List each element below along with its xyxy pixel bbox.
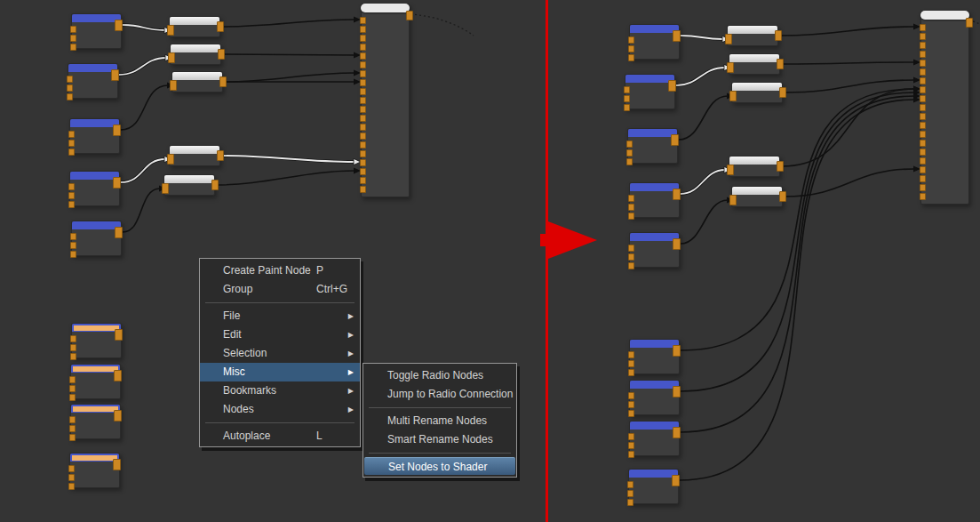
graph-node-gray[interactable] <box>163 174 215 196</box>
output-port[interactable] <box>672 475 680 486</box>
input-port[interactable] <box>920 42 926 49</box>
output-port[interactable] <box>114 370 122 381</box>
input-port[interactable] <box>360 141 366 149</box>
input-port[interactable] <box>360 35 366 42</box>
output-port[interactable] <box>673 189 681 200</box>
input-port[interactable] <box>920 68 926 76</box>
input-port[interactable] <box>167 154 174 165</box>
output-port[interactable] <box>113 124 121 136</box>
graph-node-gray[interactable] <box>731 186 783 207</box>
menu-item-group[interactable]: GroupCtrl+G <box>200 280 360 299</box>
input-port[interactable] <box>69 394 76 401</box>
input-port[interactable] <box>360 150 366 157</box>
graph-node-blue-selected[interactable] <box>71 323 122 358</box>
output-port[interactable] <box>673 238 681 250</box>
input-port[interactable] <box>68 474 75 481</box>
input-port[interactable] <box>624 95 630 102</box>
input-port[interactable] <box>628 253 634 261</box>
input-port[interactable] <box>68 465 75 472</box>
input-port[interactable] <box>68 149 75 156</box>
graph-node-blue[interactable] <box>629 421 680 456</box>
input-port[interactable] <box>360 26 366 33</box>
input-port[interactable] <box>360 124 366 131</box>
output-port[interactable] <box>671 134 679 146</box>
input-port[interactable] <box>920 184 926 191</box>
menu-item-create-paint-node[interactable]: Create Paint NodeP <box>200 261 360 280</box>
graph-node-blue[interactable] <box>628 469 679 504</box>
input-port[interactable] <box>920 166 926 173</box>
input-port[interactable] <box>920 131 926 138</box>
input-port[interactable] <box>70 26 76 33</box>
output-port[interactable] <box>113 177 121 189</box>
input-port[interactable] <box>70 35 76 42</box>
graph-node-gray[interactable] <box>169 145 220 166</box>
graph-node-gray[interactable] <box>729 156 780 177</box>
input-port[interactable] <box>360 97 366 104</box>
input-port[interactable] <box>70 242 76 249</box>
input-port[interactable] <box>727 62 734 73</box>
menu-item-file[interactable]: File▶ <box>200 307 360 325</box>
input-port[interactable] <box>628 204 634 211</box>
menu-item-bookmarks[interactable]: Bookmarks▶ <box>200 381 360 400</box>
graph-node-blue[interactable] <box>69 118 120 154</box>
input-port[interactable] <box>69 416 76 423</box>
menu-item-misc[interactable]: Misc▶ <box>200 363 360 381</box>
input-port[interactable] <box>729 91 737 101</box>
input-port[interactable] <box>628 54 634 61</box>
graph-node-gray[interactable] <box>727 25 778 46</box>
input-port[interactable] <box>626 141 633 148</box>
input-port[interactable] <box>628 36 634 44</box>
graph-node-blue[interactable] <box>71 221 122 256</box>
graph-node-blue[interactable] <box>629 380 680 415</box>
input-port[interactable] <box>68 140 75 147</box>
input-port[interactable] <box>627 481 633 488</box>
input-port[interactable] <box>920 86 926 93</box>
input-port[interactable] <box>920 122 926 129</box>
input-port[interactable] <box>727 165 734 175</box>
input-port[interactable] <box>920 33 926 40</box>
input-port[interactable] <box>920 175 926 182</box>
input-port[interactable] <box>628 401 634 408</box>
input-port[interactable] <box>920 104 926 111</box>
output-port[interactable] <box>966 18 973 28</box>
graph-node-blue-selected[interactable] <box>70 364 121 399</box>
menu-item-autoplace[interactable]: AutoplaceL <box>200 427 360 446</box>
input-port[interactable] <box>168 52 175 63</box>
input-port[interactable] <box>360 61 366 68</box>
input-port[interactable] <box>628 213 634 220</box>
input-port[interactable] <box>360 70 366 77</box>
graph-node-blue[interactable] <box>627 128 678 164</box>
graph-node-blue[interactable] <box>629 339 680 374</box>
graph-node-gray[interactable] <box>729 53 780 75</box>
input-port[interactable] <box>624 104 630 111</box>
input-port[interactable] <box>628 45 634 52</box>
input-port[interactable] <box>69 376 76 383</box>
output-port[interactable] <box>217 150 224 161</box>
input-port[interactable] <box>627 499 633 506</box>
output-port[interactable] <box>115 227 123 238</box>
output-port[interactable] <box>115 329 123 341</box>
menu-item-edit[interactable]: Edit▶ <box>200 325 360 344</box>
input-port[interactable] <box>70 353 76 360</box>
output-port[interactable] <box>777 59 784 69</box>
graph-node-blue[interactable] <box>629 24 680 60</box>
input-port[interactable] <box>360 52 366 60</box>
output-port[interactable] <box>779 87 786 98</box>
shader-node[interactable] <box>361 4 410 197</box>
input-port[interactable] <box>729 195 737 205</box>
output-port[interactable] <box>111 69 119 81</box>
input-port[interactable] <box>69 434 76 441</box>
input-port[interactable] <box>628 351 634 358</box>
input-port[interactable] <box>70 335 76 342</box>
input-port[interactable] <box>628 410 634 417</box>
graph-node-blue[interactable] <box>68 63 118 99</box>
input-port[interactable] <box>626 149 633 157</box>
menu-item-jump-to-radio-connection[interactable]: Jump to Radio Connection <box>363 385 516 404</box>
output-port[interactable] <box>113 459 121 470</box>
input-port[interactable] <box>68 183 75 190</box>
output-port[interactable] <box>211 180 219 190</box>
input-port[interactable] <box>920 51 926 58</box>
menu-item-nodes[interactable]: Nodes▶ <box>200 400 360 419</box>
input-port[interactable] <box>360 177 366 184</box>
input-port[interactable] <box>920 24 926 31</box>
